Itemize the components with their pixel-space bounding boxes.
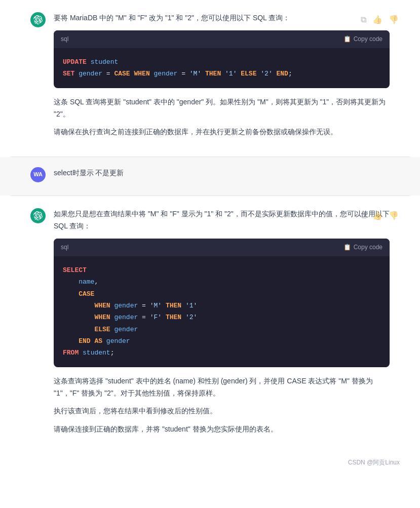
thumbsdown-icon-1[interactable]: 👎: [388, 12, 400, 27]
copy-icon-2: 📋: [343, 244, 351, 251]
copy-label-2: Copy code: [354, 244, 383, 251]
code-block-2: sql 📋 Copy code SELECT name, CASE WHEN g…: [54, 239, 390, 367]
user-avatar-label: WA: [33, 170, 43, 179]
ai-message-1-content: 要将 MariaDB 中的 "M" 和 "F" 改为 "1" 和 "2"，您可以…: [54, 12, 390, 144]
ai-message-2-text: 如果您只是想在查询结果中将 "M" 和 "F" 显示为 "1" 和 "2"，而不…: [54, 208, 390, 232]
copy-action-icon-1[interactable]: ⧉: [360, 12, 367, 27]
ai-avatar-2: [30, 208, 46, 223]
code-block-1: sql 📋 Copy code UPDATE student SET gende…: [54, 30, 390, 88]
thumbsup-icon-2[interactable]: 👍: [371, 208, 384, 223]
ai-message-2-aftertext-2: 执行该查询后，您将在结果中看到修改后的性别值。: [54, 405, 390, 417]
copy-action-icon-2[interactable]: ⧉: [360, 208, 367, 223]
copy-button-1[interactable]: 📋 Copy code: [343, 35, 383, 43]
ai-message-1-text: 要将 MariaDB 中的 "M" 和 "F" 改为 "1" 和 "2"，您可以…: [54, 12, 390, 24]
code-header-2: sql 📋 Copy code: [54, 239, 390, 256]
copy-button-2[interactable]: 📋 Copy code: [343, 244, 383, 251]
user-avatar-1: WA: [30, 167, 46, 182]
code-body-1: UPDATE student SET gender = CASE WHEN ge…: [54, 48, 390, 88]
ai-message-2-aftertext-1: 这条查询将选择 "student" 表中的姓名 (name) 和性别 (gend…: [54, 375, 390, 400]
thumbsdown-icon-2[interactable]: 👎: [388, 208, 400, 223]
ai-message-2-aftertext-3: 请确保连接到正确的数据库，并将 "student" 替换为您实际使用的表名。: [54, 423, 390, 436]
user-message-1-content: select时显示 不是更新: [54, 167, 390, 185]
code-header-1: sql 📋 Copy code: [54, 30, 390, 48]
ai-message-1-aftertext-1: 这条 SQL 查询将更新 "student" 表中的 "gender" 列。如果…: [54, 96, 390, 121]
code-lang-1: sql: [61, 34, 68, 44]
copy-label-1: Copy code: [354, 35, 383, 43]
ai-message-2: 如果您只是想在查询结果中将 "M" 和 "F" 显示为 "1" 和 "2"，而不…: [0, 196, 420, 454]
action-icons-1: ⧉ 👍 👎: [360, 12, 400, 27]
ai-avatar-1: [30, 12, 46, 27]
code-body-2: SELECT name, CASE WHEN gender = 'M' THEN…: [54, 256, 390, 367]
chat-container: 要将 MariaDB 中的 "M" 和 "F" 改为 "1" 和 "2"，您可以…: [0, 0, 420, 472]
footer: CSDN @阿贡Linux: [0, 454, 420, 472]
code-lang-2: sql: [61, 243, 68, 252]
ai-message-1: 要将 MariaDB 中的 "M" 和 "F" 改为 "1" 和 "2"，您可以…: [0, 0, 420, 157]
user-message-1-text: select时显示 不是更新: [54, 167, 390, 179]
copy-icon-1: 📋: [343, 35, 351, 43]
user-message-1: WA select时显示 不是更新: [0, 157, 420, 196]
ai-message-2-content: 如果您只是想在查询结果中将 "M" 和 "F" 显示为 "1" 和 "2"，而不…: [54, 208, 390, 442]
openai-icon-2: [33, 211, 43, 220]
openai-icon: [33, 15, 43, 24]
action-icons-2: ⧉ 👍 👎: [360, 208, 400, 223]
ai-message-1-aftertext-2: 请确保在执行查询之前连接到正确的数据库，并在执行更新之前备份数据或确保操作无误。: [54, 126, 390, 138]
thumbsup-icon-1[interactable]: 👍: [371, 12, 384, 27]
